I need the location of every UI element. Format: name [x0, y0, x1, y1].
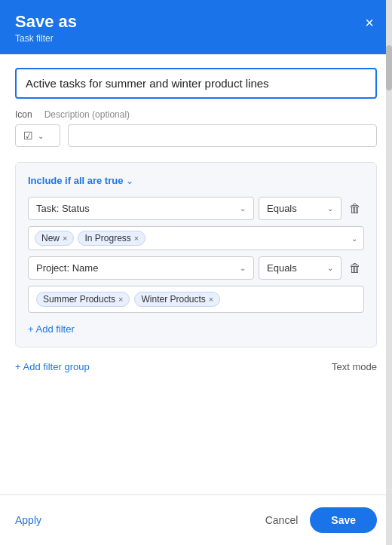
tags-row-1: New × In Progress × ⌄ [28, 226, 364, 250]
cancel-button[interactable]: Cancel [265, 514, 299, 526]
task-status-select[interactable]: Task: Status ⌄ [28, 197, 254, 220]
description-label: Description (optional) [44, 109, 130, 120]
project-name-chevron-icon: ⌄ [240, 264, 246, 272]
tag-in-progress: In Progress × [78, 231, 145, 246]
task-status-operator-select[interactable]: Equals ⌄ [259, 197, 341, 220]
project-name-select[interactable]: Project: Name ⌄ [28, 256, 254, 280]
tag-new-remove-button[interactable]: × [63, 234, 67, 243]
project-name-operator-select[interactable]: Equals ⌄ [259, 256, 341, 280]
tags-inner-1: New × In Progress × [35, 231, 347, 246]
tag-new-label: New [41, 233, 60, 243]
description-input[interactable] [68, 124, 377, 147]
text-mode-link[interactable]: Text mode [332, 361, 377, 372]
filter-row-1: Task: Status ⌄ Equals ⌄ 🗑 [28, 197, 364, 220]
icon-select-dropdown[interactable]: ☑ ⌄ [15, 124, 60, 147]
tag-winter-products-label: Winter Products [141, 294, 205, 305]
tag-new: New × [35, 231, 74, 246]
filter-row-2: Project: Name ⌄ Equals ⌄ 🗑 [28, 256, 364, 280]
include-chevron-icon: ⌄ [126, 176, 133, 186]
task-status-label: Task: Status [36, 203, 90, 214]
header-left: Save as Task filter [15, 12, 77, 44]
tags-chevron-icon-1: ⌄ [351, 234, 357, 243]
footer-right: Cancel Save [265, 507, 377, 533]
close-button[interactable]: × [362, 14, 377, 32]
project-name-label: Project: Name [36, 262, 98, 274]
bottom-links: + Add filter group Text mode [15, 358, 377, 384]
tag-summer-products-remove-button[interactable]: × [118, 295, 123, 304]
tag-in-progress-label: In Progress [84, 233, 130, 243]
icon-desc-row: ☑ ⌄ [15, 124, 377, 147]
modal-title: Save as [15, 12, 77, 32]
apply-button[interactable]: Apply [15, 514, 41, 526]
checkbox-icon: ☑ [23, 130, 33, 142]
tags-container-2[interactable]: Summer Products × Winter Products × [28, 286, 364, 313]
modal-footer: Apply Cancel Save [0, 494, 392, 545]
tag-in-progress-remove-button[interactable]: × [134, 234, 139, 243]
modal-header: Save as Task filter × [0, 0, 392, 54]
field-labels-row: Icon Description (optional) [15, 109, 377, 120]
include-label: Include if all are true [28, 175, 123, 186]
tag-summer-products-label: Summer Products [43, 294, 115, 305]
save-button[interactable]: Save [310, 507, 377, 533]
project-name-operator-label: Equals [267, 262, 297, 274]
add-filter-group-link[interactable]: + Add filter group [15, 361, 90, 372]
tag-winter-products-remove-button[interactable]: × [209, 295, 213, 304]
tags-container-1[interactable]: New × In Progress × ⌄ [28, 226, 364, 250]
modal-body: Icon Description (optional) ☑ ⌄ Include … [0, 54, 392, 494]
scrollbar-track[interactable] [386, 0, 392, 545]
tag-summer-products: Summer Products × [36, 292, 130, 307]
delete-filter-1-button[interactable]: 🗑 [346, 199, 364, 219]
task-status-operator-label: Equals [267, 203, 297, 214]
project-name-operator-chevron-icon: ⌄ [327, 264, 333, 272]
delete-filter-2-button[interactable]: 🗑 [346, 259, 364, 278]
filter-group: Include if all are true ⌄ Task: Status ⌄… [15, 162, 377, 348]
include-header[interactable]: Include if all are true ⌄ [28, 175, 364, 186]
add-filter-link[interactable]: + Add filter [28, 323, 75, 335]
modal-subtitle: Task filter [15, 33, 77, 44]
modal: Save as Task filter × Icon Description (… [0, 0, 392, 545]
task-status-operator-chevron-icon: ⌄ [327, 204, 333, 213]
icon-label: Icon [15, 109, 32, 120]
task-status-chevron-icon: ⌄ [240, 204, 246, 213]
filter-name-input[interactable] [15, 68, 377, 99]
tag-winter-products: Winter Products × [134, 292, 220, 307]
tags-row-2: Summer Products × Winter Products × [28, 286, 364, 313]
icon-chevron-icon: ⌄ [38, 132, 44, 140]
scrollbar-thumb [386, 45, 392, 90]
